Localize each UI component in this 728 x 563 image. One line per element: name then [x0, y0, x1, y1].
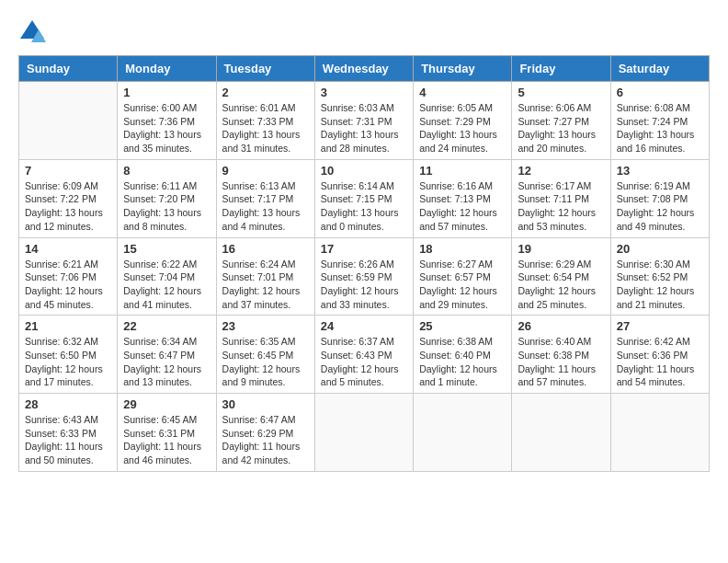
day-info: Sunrise: 6:05 AM Sunset: 7:29 PM Dayligh…	[419, 101, 506, 155]
calendar-row-1: 1Sunrise: 6:00 AM Sunset: 7:36 PM Daylig…	[19, 82, 710, 160]
calendar-day-5: 5Sunrise: 6:06 AM Sunset: 7:27 PM Daylig…	[512, 82, 610, 160]
day-info: Sunrise: 6:37 AM Sunset: 6:43 PM Dayligh…	[321, 335, 407, 389]
day-info: Sunrise: 6:30 AM Sunset: 6:52 PM Dayligh…	[617, 258, 703, 312]
day-number: 20	[617, 242, 703, 256]
day-number: 4	[419, 86, 506, 99]
day-number: 10	[321, 164, 407, 178]
day-info: Sunrise: 6:13 AM Sunset: 7:17 PM Dayligh…	[222, 179, 309, 234]
day-info: Sunrise: 6:27 AM Sunset: 6:57 PM Dayligh…	[419, 258, 506, 312]
calendar-day-2: 2Sunrise: 6:01 AM Sunset: 7:33 PM Daylig…	[216, 82, 314, 160]
calendar-day-6: 6Sunrise: 6:08 AM Sunset: 7:24 PM Daylig…	[610, 82, 709, 160]
calendar-day-17: 17Sunrise: 6:26 AM Sunset: 6:59 PM Dayli…	[314, 237, 413, 316]
day-number: 1	[123, 86, 210, 99]
calendar-table: SundayMondayTuesdayWednesdayThursdayFrid…	[18, 55, 710, 472]
day-info: Sunrise: 6:29 AM Sunset: 6:54 PM Dayligh…	[518, 258, 604, 312]
calendar-day-18: 18Sunrise: 6:27 AM Sunset: 6:57 PM Dayli…	[414, 237, 512, 316]
calendar-day-20: 20Sunrise: 6:30 AM Sunset: 6:52 PM Dayli…	[610, 237, 709, 316]
weekday-header-monday: Monday	[118, 56, 216, 82]
day-info: Sunrise: 6:22 AM Sunset: 7:04 PM Dayligh…	[123, 258, 210, 312]
day-info: Sunrise: 6:38 AM Sunset: 6:40 PM Dayligh…	[419, 335, 506, 389]
day-number: 17	[321, 242, 407, 256]
day-number: 7	[25, 164, 111, 178]
page-header	[18, 18, 710, 46]
calendar-day-10: 10Sunrise: 6:14 AM Sunset: 7:15 PM Dayli…	[314, 159, 413, 237]
calendar-day-24: 24Sunrise: 6:37 AM Sunset: 6:43 PM Dayli…	[314, 316, 413, 394]
day-info: Sunrise: 6:11 AM Sunset: 7:20 PM Dayligh…	[123, 179, 210, 234]
day-number: 16	[222, 242, 309, 256]
weekday-header-saturday: Saturday	[610, 56, 709, 82]
weekday-header-tuesday: Tuesday	[216, 56, 314, 82]
calendar-day-28: 28Sunrise: 6:43 AM Sunset: 6:33 PM Dayli…	[19, 394, 118, 472]
day-number: 21	[25, 319, 111, 333]
day-info: Sunrise: 6:24 AM Sunset: 7:01 PM Dayligh…	[222, 258, 309, 312]
day-number: 13	[617, 164, 703, 178]
calendar-day-1: 1Sunrise: 6:00 AM Sunset: 7:36 PM Daylig…	[118, 82, 216, 160]
day-number: 8	[123, 164, 210, 178]
calendar-empty-cell	[19, 82, 118, 160]
weekday-header-sunday: Sunday	[19, 56, 118, 82]
calendar-empty-cell	[414, 394, 512, 472]
day-number: 26	[518, 319, 604, 333]
weekday-header-wednesday: Wednesday	[314, 56, 413, 82]
calendar-day-4: 4Sunrise: 6:05 AM Sunset: 7:29 PM Daylig…	[414, 82, 512, 160]
day-number: 15	[123, 242, 210, 256]
calendar-row-5: 28Sunrise: 6:43 AM Sunset: 6:33 PM Dayli…	[19, 394, 710, 472]
day-number: 22	[123, 319, 210, 333]
calendar-day-9: 9Sunrise: 6:13 AM Sunset: 7:17 PM Daylig…	[216, 159, 314, 237]
day-number: 28	[25, 397, 111, 411]
day-info: Sunrise: 6:42 AM Sunset: 6:36 PM Dayligh…	[617, 335, 703, 389]
calendar-day-21: 21Sunrise: 6:32 AM Sunset: 6:50 PM Dayli…	[19, 316, 118, 394]
day-number: 19	[518, 242, 604, 256]
calendar-day-25: 25Sunrise: 6:38 AM Sunset: 6:40 PM Dayli…	[414, 316, 512, 394]
day-info: Sunrise: 6:14 AM Sunset: 7:15 PM Dayligh…	[321, 179, 407, 234]
day-info: Sunrise: 6:34 AM Sunset: 6:47 PM Dayligh…	[123, 335, 210, 389]
day-number: 30	[222, 397, 309, 411]
calendar-day-14: 14Sunrise: 6:21 AM Sunset: 7:06 PM Dayli…	[19, 237, 118, 316]
calendar-day-23: 23Sunrise: 6:35 AM Sunset: 6:45 PM Dayli…	[216, 316, 314, 394]
calendar-day-3: 3Sunrise: 6:03 AM Sunset: 7:31 PM Daylig…	[314, 82, 413, 160]
calendar-day-29: 29Sunrise: 6:45 AM Sunset: 6:31 PM Dayli…	[118, 394, 216, 472]
day-number: 25	[419, 319, 506, 333]
day-info: Sunrise: 6:40 AM Sunset: 6:38 PM Dayligh…	[518, 335, 604, 389]
day-number: 18	[419, 242, 506, 256]
calendar-day-8: 8Sunrise: 6:11 AM Sunset: 7:20 PM Daylig…	[118, 159, 216, 237]
day-info: Sunrise: 6:43 AM Sunset: 6:33 PM Dayligh…	[25, 413, 111, 467]
day-info: Sunrise: 6:21 AM Sunset: 7:06 PM Dayligh…	[25, 258, 111, 312]
calendar-day-7: 7Sunrise: 6:09 AM Sunset: 7:22 PM Daylig…	[19, 159, 118, 237]
day-number: 29	[123, 397, 210, 411]
calendar-day-15: 15Sunrise: 6:22 AM Sunset: 7:04 PM Dayli…	[118, 237, 216, 316]
calendar-day-13: 13Sunrise: 6:19 AM Sunset: 7:08 PM Dayli…	[610, 159, 709, 237]
day-info: Sunrise: 6:01 AM Sunset: 7:33 PM Dayligh…	[222, 101, 309, 155]
calendar-day-11: 11Sunrise: 6:16 AM Sunset: 7:13 PM Dayli…	[414, 159, 512, 237]
calendar-empty-cell	[314, 394, 413, 472]
calendar-day-30: 30Sunrise: 6:47 AM Sunset: 6:29 PM Dayli…	[216, 394, 314, 472]
calendar-row-3: 14Sunrise: 6:21 AM Sunset: 7:06 PM Dayli…	[19, 237, 710, 316]
day-info: Sunrise: 6:19 AM Sunset: 7:08 PM Dayligh…	[617, 179, 703, 234]
day-number: 5	[518, 86, 604, 99]
day-number: 2	[222, 86, 309, 99]
day-info: Sunrise: 6:32 AM Sunset: 6:50 PM Dayligh…	[25, 335, 111, 389]
calendar-row-2: 7Sunrise: 6:09 AM Sunset: 7:22 PM Daylig…	[19, 159, 710, 237]
calendar-day-16: 16Sunrise: 6:24 AM Sunset: 7:01 PM Dayli…	[216, 237, 314, 316]
calendar-empty-cell	[610, 394, 709, 472]
day-info: Sunrise: 6:09 AM Sunset: 7:22 PM Dayligh…	[25, 179, 111, 234]
day-number: 24	[321, 319, 407, 333]
calendar-day-19: 19Sunrise: 6:29 AM Sunset: 6:54 PM Dayli…	[512, 237, 610, 316]
calendar-day-27: 27Sunrise: 6:42 AM Sunset: 6:36 PM Dayli…	[610, 316, 709, 394]
day-number: 3	[321, 86, 407, 99]
calendar-day-22: 22Sunrise: 6:34 AM Sunset: 6:47 PM Dayli…	[118, 316, 216, 394]
day-number: 14	[25, 242, 111, 256]
day-info: Sunrise: 6:35 AM Sunset: 6:45 PM Dayligh…	[222, 335, 309, 389]
weekday-header-friday: Friday	[512, 56, 610, 82]
weekday-header-thursday: Thursday	[414, 56, 512, 82]
calendar-empty-cell	[512, 394, 610, 472]
calendar-day-12: 12Sunrise: 6:17 AM Sunset: 7:11 PM Dayli…	[512, 159, 610, 237]
day-info: Sunrise: 6:08 AM Sunset: 7:24 PM Dayligh…	[617, 101, 703, 155]
day-number: 9	[222, 164, 309, 178]
logo	[18, 18, 48, 46]
day-number: 12	[518, 164, 604, 178]
day-number: 6	[617, 86, 703, 99]
day-info: Sunrise: 6:47 AM Sunset: 6:29 PM Dayligh…	[222, 413, 309, 467]
weekday-header-row: SundayMondayTuesdayWednesdayThursdayFrid…	[19, 56, 710, 82]
day-number: 23	[222, 319, 309, 333]
